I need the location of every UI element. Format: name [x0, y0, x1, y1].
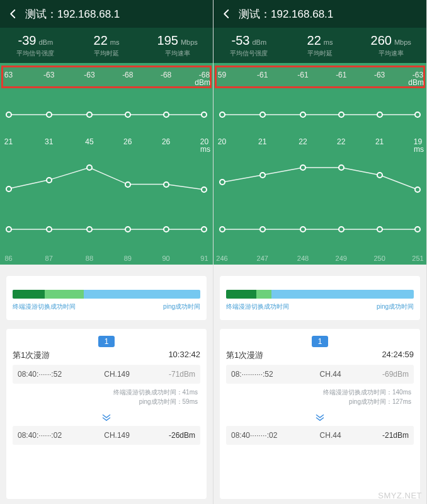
chart-marker [163, 112, 169, 118]
expand-icon[interactable] [13, 410, 200, 426]
chart-signal-unit: dBm [408, 78, 424, 87]
stat-item: -53dBm 平均信号强度 [214, 33, 285, 58]
chart-marker [377, 112, 383, 118]
stat-value: 22 [307, 33, 321, 47]
perf-ping-value: 127ms [392, 398, 411, 405]
chart-marker [201, 186, 207, 193]
panel-left: 测试：192.168.68.1 -39dBm 平均信号强度 22ms 平均时延 … [0, 0, 214, 504]
roam-row[interactable]: 08:··········:52 CH.44 -69dBm [226, 365, 414, 384]
chart-marker [414, 186, 421, 193]
chart-signal-label: -68 [161, 71, 171, 79]
stat-caption: 平均时延 [285, 49, 356, 58]
roam-row[interactable]: 08:40:······:02 CH.149 -26dBm [13, 426, 200, 445]
roam-card: 1 第1次漫游 10:32:42 08:40:······:52 CH.149 … [6, 329, 207, 499]
chart-marker [338, 164, 344, 171]
chart-latency-label: 21 [258, 137, 266, 146]
chart-signal-label: -63 [43, 71, 54, 79]
chart-signal-label: -68 [122, 71, 133, 79]
chart-marker [6, 112, 12, 118]
roam-head: 第1次漫游 24:24:59 [226, 350, 414, 361]
stat-value: -53 [232, 33, 250, 47]
roam-row[interactable]: 08:40:······:52 CH.149 -71dBm [13, 365, 200, 384]
stats-bar: -53dBm 平均信号强度 22ms 平均时延 260Mbps 平均速率 [214, 28, 426, 63]
timeline-seg-ping [45, 290, 84, 299]
chart-latency-label: 22 [337, 137, 345, 146]
highlight-box [215, 66, 425, 88]
roam-dbm: -26dBm [143, 431, 195, 440]
chart-area[interactable]: 63-63-63-68-68-68dBm213145262620ms868788… [0, 63, 213, 265]
roam-channel: CH.149 [91, 431, 143, 440]
roam-time: 10:32:42 [168, 350, 200, 361]
chart-signal-label: -63 [374, 71, 385, 79]
chart-marker [46, 226, 52, 232]
timeline-card: 终端漫游切换成功时间 ping成功时间 [220, 276, 420, 320]
chart-latency-label: 31 [45, 137, 53, 146]
perf-ping-label: ping成功时间： [349, 398, 392, 405]
chart-rate: 246247248249250251 [214, 200, 426, 265]
roam-head: 第1次漫游 10:32:42 [13, 350, 200, 361]
chart-x-tick: 87 [45, 255, 53, 262]
chart-marker [219, 226, 225, 232]
chart-x-tick: 88 [86, 255, 93, 262]
page-title: 测试：192.168.68.1 [25, 7, 120, 21]
chart-latency: 202122222119ms [214, 130, 426, 200]
stat-value: 260 [371, 33, 392, 47]
chart-x-tick: 90 [162, 255, 170, 262]
chart-signal-label: -63 [84, 71, 94, 79]
roam-dbm: -69dBm [356, 370, 409, 379]
chart-marker [377, 172, 383, 178]
chart-latency-label: 45 [85, 137, 93, 146]
roam-time: 24:24:59 [382, 350, 414, 361]
chart-x-tick: 248 [297, 255, 309, 262]
chart-marker [219, 179, 225, 185]
chart-marker [219, 112, 225, 118]
chart-latency-label: 21 [4, 137, 13, 146]
back-icon[interactable] [221, 8, 232, 20]
timeline-labels: 终端漫游切换成功时间 ping成功时间 [13, 302, 200, 311]
chart-signal: 63-63-63-68-68-68dBm [0, 63, 213, 130]
chart-signal-label: -61 [257, 71, 268, 79]
stat-unit: dBm [252, 38, 266, 46]
chart-marker [338, 226, 344, 232]
stats-bar: -39dBm 平均信号强度 22ms 平均时延 195Mbps 平均速率 [0, 28, 213, 63]
chart-signal-label: 63 [4, 71, 13, 79]
roam-badge: 1 [98, 336, 115, 347]
lower-section: 终端漫游切换成功时间 ping成功时间 1 第1次漫游 10:32:42 08:… [0, 265, 213, 504]
timeline-card: 终端漫游切换成功时间 ping成功时间 [6, 276, 207, 320]
chart-latency-label: 26 [162, 137, 170, 146]
chart-marker [259, 112, 266, 118]
chart-marker [201, 112, 207, 118]
stat-caption: 平均信号强度 [0, 49, 71, 58]
timeline-labels: 终端漫游切换成功时间 ping成功时间 [226, 302, 414, 311]
chart-marker [300, 226, 306, 232]
app-header: 测试：192.168.68.1 [214, 0, 426, 28]
chart-area[interactable]: 59-61-61-61-63-63dBm202122222119ms246247… [214, 63, 426, 265]
stat-item: 22ms 平均时延 [71, 33, 142, 58]
chart-marker [300, 164, 306, 171]
app-header: 测试：192.168.68.1 [0, 0, 213, 28]
chart-marker [377, 226, 383, 232]
roam-row[interactable]: 08:40········:02 CH.44 -21dBm [226, 426, 414, 445]
back-icon[interactable] [8, 8, 19, 20]
chart-latency-label: 22 [299, 137, 307, 146]
chart-rate: 868788899091 [0, 200, 213, 265]
timeline-label-left: 终端漫游切换成功时间 [13, 302, 76, 311]
roam-mac: 08:40:······:02 [18, 431, 91, 440]
perf-switch-label: 终端漫游切换成功时间： [113, 389, 183, 396]
chart-x-tick: 246 [216, 255, 227, 262]
stat-unit: ms [110, 38, 120, 46]
expand-icon[interactable] [226, 410, 414, 426]
roam-channel: CH.44 [304, 370, 356, 379]
roam-badge-row: 1 [13, 335, 200, 347]
roam-mac: 08:··········:52 [231, 370, 304, 379]
chart-marker [125, 112, 131, 118]
chart-latency-label: 20 [218, 137, 226, 146]
chart-signal: 59-61-61-61-63-63dBm [214, 63, 426, 130]
roam-perf: 终端漫游切换成功时间：140ms ping成功时间：127ms [226, 384, 414, 410]
chart-marker [6, 226, 12, 232]
chart-latency-label: 21 [375, 137, 384, 146]
chart-marker [414, 112, 421, 118]
stat-caption: 平均速率 [355, 49, 426, 58]
chart-signal-label: 59 [218, 71, 226, 79]
chart-latency-unit: ms [414, 145, 424, 154]
